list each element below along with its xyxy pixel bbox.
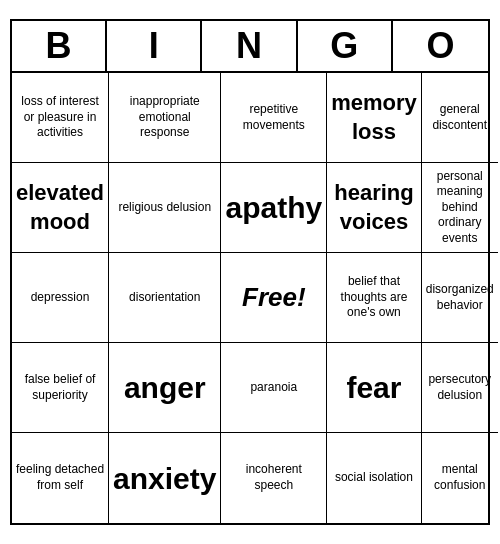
bingo-header: BINGO [12,21,488,73]
bingo-cell-14: disorganized behavior [422,253,498,343]
header-letter-g: G [298,21,393,71]
header-letter-b: B [12,21,107,71]
bingo-cell-20: feeling detached from self [12,433,109,523]
header-letter-n: N [202,21,297,71]
bingo-cell-15: false belief of superiority [12,343,109,433]
bingo-cell-1: inappropriate emotional response [109,73,221,163]
header-letter-i: I [107,21,202,71]
bingo-cell-9: personal meaning behind ordinary events [422,163,498,253]
bingo-cell-24: mental confusion [422,433,498,523]
bingo-cell-10: depression [12,253,109,343]
bingo-cell-22: incoherent speech [221,433,327,523]
header-letter-o: O [393,21,488,71]
bingo-card: BINGO loss of interest or pleasure in ac… [10,19,490,525]
bingo-cell-8: hearing voices [327,163,422,253]
bingo-cell-3: memory loss [327,73,422,163]
bingo-cell-11: disorientation [109,253,221,343]
bingo-cell-19: persecutory delusion [422,343,498,433]
bingo-cell-17: paranoia [221,343,327,433]
bingo-grid: loss of interest or pleasure in activiti… [12,73,488,523]
bingo-cell-7: apathy [221,163,327,253]
bingo-cell-2: repetitive movements [221,73,327,163]
bingo-cell-12: Free! [221,253,327,343]
bingo-cell-6: religious delusion [109,163,221,253]
bingo-cell-18: fear [327,343,422,433]
bingo-cell-5: elevated mood [12,163,109,253]
bingo-cell-23: social isolation [327,433,422,523]
bingo-cell-0: loss of interest or pleasure in activiti… [12,73,109,163]
bingo-cell-13: belief that thoughts are one's own [327,253,422,343]
bingo-cell-16: anger [109,343,221,433]
bingo-cell-21: anxiety [109,433,221,523]
bingo-cell-4: general discontent [422,73,498,163]
